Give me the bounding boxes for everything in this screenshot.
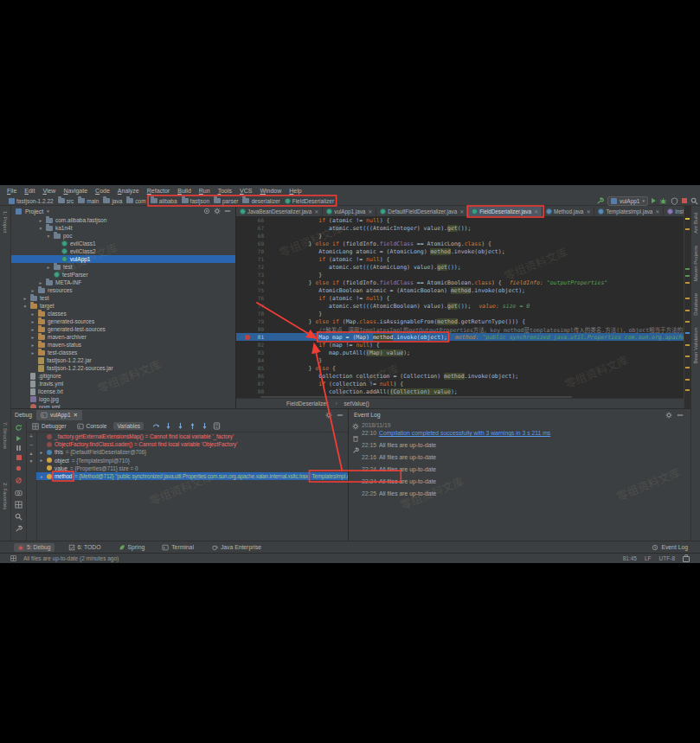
error-stripe-mark[interactable]: [685, 268, 690, 270]
variable-row-object[interactable]: ▸object = {TemplatesImpl@710}: [36, 457, 348, 464]
close-icon[interactable]: ✕: [655, 208, 659, 215]
clear-log-trash-icon[interactable]: [352, 435, 359, 442]
editor-error-stripe[interactable]: [684, 206, 690, 408]
expand-arrow-icon[interactable]: ▸: [30, 288, 35, 293]
tree-item-fastjson-1-2-22-sources-jar[interactable]: fastjson-1.2.22-sources.jar: [11, 364, 235, 372]
move-up-button[interactable]: ▲: [29, 451, 34, 456]
code-line-67[interactable]: 67 atomic.set(((AtomicInteger) value).ge…: [236, 224, 684, 232]
code-line-68[interactable]: 68 }: [236, 232, 684, 240]
expand-arrow-icon[interactable]: ▾: [38, 226, 43, 231]
menu-navigate[interactable]: Navigate: [63, 188, 87, 194]
expand-arrow-icon[interactable]: ▾: [22, 304, 28, 309]
tree-item-test[interactable]: ▸test: [11, 263, 235, 271]
breadcrumb-fielddeserializer[interactable]: FieldDeserializer: [285, 198, 334, 204]
code-line-78[interactable]: 78 }: [236, 310, 684, 317]
tree-item-generated-sources[interactable]: ▸generated-sources: [11, 317, 235, 325]
expand-arrow-icon[interactable]: ▸: [30, 350, 35, 355]
tool-button-ant-build[interactable]: Ant Build: [693, 213, 698, 234]
coverage-button[interactable]: [671, 197, 678, 205]
tree-item-test[interactable]: ▸test: [11, 294, 235, 302]
error-stripe-mark[interactable]: [685, 332, 690, 334]
code-line-85[interactable]: 85 } else {: [236, 364, 684, 372]
locate-file-icon[interactable]: [203, 208, 210, 215]
error-stripe-mark[interactable]: [685, 310, 690, 311]
evaluate-expression-button[interactable]: [213, 422, 221, 430]
tool-button-bean-validation[interactable]: Bean Validation: [693, 328, 698, 364]
tree-item-gitignore[interactable]: .gitignore: [11, 372, 235, 380]
expand-arrow-icon[interactable]: ▸: [38, 280, 43, 285]
close-icon[interactable]: ✕: [74, 412, 78, 419]
debug-session-tab[interactable]: vulApp1 ✕: [36, 410, 82, 420]
tab-instrumentationimpl-class[interactable]: InstrumentationImpl.class✕: [664, 207, 684, 216]
menu-help[interactable]: Help: [289, 188, 301, 194]
step-into-button[interactable]: [164, 422, 172, 430]
code-line-69[interactable]: 69 } else if (fieldInfo.fieldClass == At…: [236, 240, 684, 247]
menu-tools[interactable]: Tools: [218, 188, 232, 194]
expand-arrow-icon[interactable]: ▸: [46, 265, 51, 270]
expand-arrow-icon[interactable]: ▸: [22, 296, 28, 301]
breakpoint-icon[interactable]: [245, 335, 250, 340]
lock-icon[interactable]: [683, 556, 690, 562]
tree-item-classes[interactable]: ▸classes: [11, 310, 235, 317]
tool-button-debug[interactable]: 5: Debug: [14, 543, 55, 552]
menu-run[interactable]: Run: [199, 188, 210, 194]
error-stripe-mark[interactable]: [685, 228, 690, 230]
tool-button-terminal[interactable]: Terminal: [158, 543, 197, 552]
settings-gear-icon[interactable]: [214, 208, 221, 215]
force-step-into-button[interactable]: [177, 422, 184, 430]
view-breakpoints-button[interactable]: [15, 464, 22, 472]
code-line-75[interactable]: 75 AtomicBoolean atomic = (AtomicBoolean…: [236, 286, 684, 294]
expand-arrow-icon[interactable]: ▸: [39, 474, 44, 479]
breadcrumb-src[interactable]: src: [58, 198, 74, 204]
tree-item-travis-yml[interactable]: .travis.yml: [11, 380, 235, 388]
expand-arrow-icon[interactable]: ▸: [39, 450, 44, 455]
error-stripe-mark[interactable]: [685, 344, 690, 346]
tree-item-maven-status[interactable]: ▸maven-status: [11, 341, 235, 349]
variable-row[interactable]: ObjectFactory.findClassLoader() = Cannot…: [36, 440, 348, 448]
tree-item-maven-archiver[interactable]: ▸maven-archiver: [11, 333, 235, 341]
caret-position[interactable]: 81:45: [623, 555, 637, 561]
expand-arrow-icon[interactable]: ▸: [38, 218, 43, 223]
code-line-77[interactable]: 77 atomic.set(((AtomicBoolean) value).ge…: [236, 302, 684, 310]
tab-templatesimpl-java[interactable]: TemplatesImpl.java✕: [594, 207, 664, 216]
variable-row-this[interactable]: ▸this = {DefaultFieldDeserializer@706}: [36, 448, 348, 456]
tab-vulapp1-java[interactable]: vulApp1.java✕: [323, 207, 376, 216]
expand-arrow-icon[interactable]: ▸: [30, 319, 35, 324]
error-stripe-mark[interactable]: [685, 379, 690, 381]
status-grid-icon[interactable]: [10, 555, 16, 561]
tree-item-com-alibaba-fastjson[interactable]: ▸com.alibaba.fastjson: [11, 216, 235, 224]
run-button[interactable]: [652, 198, 656, 203]
resume-button[interactable]: [16, 436, 21, 441]
tree-item-ka1n4t[interactable]: ▾ka1n4t: [11, 224, 235, 232]
encoding-select[interactable]: UTF-8: [659, 555, 675, 561]
menu-refactor[interactable]: Refactor: [147, 188, 170, 194]
menu-file[interactable]: File: [7, 188, 16, 194]
tree-item-meta-inf[interactable]: ▸META-INF: [11, 279, 235, 286]
breadcrumb-fastjson-1-2-22[interactable]: fastjson-1.2.22: [9, 198, 54, 204]
error-stripe-mark[interactable]: [685, 389, 690, 391]
tree-item-evilclass2[interactable]: evilClass2: [11, 247, 235, 255]
breadcrumb-java[interactable]: java: [103, 198, 122, 204]
settings-gear-icon[interactable]: [665, 412, 672, 419]
breadcrumb-method[interactable]: setValue(): [344, 400, 369, 407]
hide-panel-icon[interactable]: [677, 412, 684, 419]
tool-button-event-log[interactable]: Event Log: [648, 543, 691, 552]
breadcrumb-fastjson[interactable]: fastjson: [182, 198, 209, 204]
variable-row-method[interactable]: ▸method = {Method@712} "public synchroni…: [36, 472, 348, 480]
error-stripe-mark[interactable]: [685, 282, 690, 284]
menu-build[interactable]: Build: [177, 188, 191, 194]
tree-item-evilclass1[interactable]: evilClass1: [11, 240, 235, 247]
debug-button[interactable]: [659, 197, 667, 205]
breadcrumb-deserializer[interactable]: deserializer: [242, 198, 279, 204]
debug-settings-wrench-icon[interactable]: [15, 525, 22, 533]
tool-button-java-enterprise[interactable]: Java Enterprise: [208, 543, 265, 552]
tab-console[interactable]: Console: [74, 422, 111, 431]
expand-arrow-icon[interactable]: ▸: [30, 311, 35, 317]
close-icon[interactable]: ✕: [368, 208, 372, 215]
tree-item-license-txt[interactable]: license.txt: [11, 388, 235, 395]
tool-button-maven-projects[interactable]: Maven Projects: [693, 246, 698, 281]
remove-watch-button[interactable]: −: [29, 442, 33, 448]
code-line-84[interactable]: 84 }: [236, 356, 684, 364]
stop-button[interactable]: [682, 198, 687, 203]
code-line-83[interactable]: 83 map.putAll((Map) value);: [236, 349, 684, 356]
